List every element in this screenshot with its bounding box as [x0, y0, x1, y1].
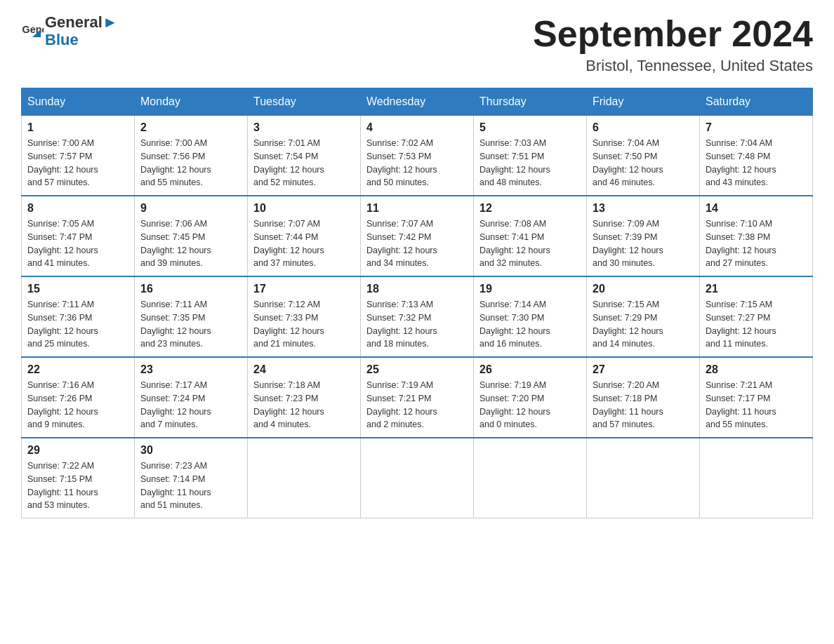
day-info: Sunrise: 7:06 AMSunset: 7:45 PMDaylight:…: [140, 217, 241, 270]
day-number: 21: [706, 283, 807, 295]
calendar-day-cell: 11 Sunrise: 7:07 AMSunset: 7:42 PMDaylig…: [361, 196, 474, 276]
logo-blue-text: Blue: [45, 31, 118, 49]
calendar-week-row: 29 Sunrise: 7:22 AMSunset: 7:15 PMDaylig…: [22, 438, 813, 518]
day-info: Sunrise: 7:04 AMSunset: 7:50 PMDaylight:…: [593, 137, 694, 189]
day-info: Sunrise: 7:23 AMSunset: 7:14 PMDaylight:…: [140, 459, 241, 512]
calendar-day-cell: 24 Sunrise: 7:18 AMSunset: 7:23 PMDaylig…: [248, 357, 361, 438]
calendar-day-cell: 14 Sunrise: 7:10 AMSunset: 7:38 PMDaylig…: [700, 196, 813, 276]
calendar-day-cell: [587, 438, 700, 518]
calendar-day-cell: 5 Sunrise: 7:03 AMSunset: 7:51 PMDayligh…: [474, 116, 587, 196]
logo-icon: General: [21, 20, 44, 43]
calendar-week-row: 8 Sunrise: 7:05 AMSunset: 7:47 PMDayligh…: [22, 196, 813, 276]
calendar-day-cell: 10 Sunrise: 7:07 AMSunset: 7:44 PMDaylig…: [248, 196, 361, 276]
calendar-day-cell: 25 Sunrise: 7:19 AMSunset: 7:21 PMDaylig…: [361, 357, 474, 438]
header-sunday: Sunday: [22, 88, 135, 116]
header-saturday: Saturday: [700, 88, 813, 116]
day-number: 14: [706, 202, 807, 215]
weekday-header-row: Sunday Monday Tuesday Wednesday Thursday…: [22, 88, 813, 116]
day-number: 13: [593, 202, 694, 215]
day-number: 24: [253, 363, 355, 376]
day-number: 27: [593, 363, 694, 376]
calendar-day-cell: 21 Sunrise: 7:15 AMSunset: 7:27 PMDaylig…: [700, 276, 813, 357]
calendar-title-area: September 2024 Bristol, Tennessee, Unite…: [533, 14, 813, 75]
day-info: Sunrise: 7:00 AMSunset: 7:57 PMDaylight:…: [27, 137, 128, 189]
day-number: 9: [140, 202, 241, 215]
calendar-day-cell: 23 Sunrise: 7:17 AMSunset: 7:24 PMDaylig…: [135, 357, 248, 438]
day-info: Sunrise: 7:07 AMSunset: 7:44 PMDaylight:…: [253, 217, 355, 270]
calendar-day-cell: [700, 438, 813, 518]
day-number: 10: [253, 202, 355, 215]
day-number: 23: [140, 363, 241, 376]
calendar-table: Sunday Monday Tuesday Wednesday Thursday…: [21, 88, 813, 518]
day-info: Sunrise: 7:10 AMSunset: 7:38 PMDaylight:…: [706, 217, 807, 270]
day-info: Sunrise: 7:11 AMSunset: 7:35 PMDaylight:…: [140, 298, 241, 351]
day-number: 16: [140, 283, 241, 295]
calendar-day-cell: 29 Sunrise: 7:22 AMSunset: 7:15 PMDaylig…: [22, 438, 135, 518]
calendar-day-cell: 12 Sunrise: 7:08 AMSunset: 7:41 PMDaylig…: [474, 196, 587, 276]
day-number: 6: [593, 121, 694, 134]
calendar-day-cell: 2 Sunrise: 7:00 AMSunset: 7:56 PMDayligh…: [135, 116, 248, 196]
day-number: 26: [479, 363, 581, 376]
calendar-day-cell: 17 Sunrise: 7:12 AMSunset: 7:33 PMDaylig…: [248, 276, 361, 357]
day-info: Sunrise: 7:18 AMSunset: 7:23 PMDaylight:…: [253, 379, 355, 431]
day-number: 15: [27, 283, 128, 295]
day-number: 17: [253, 283, 355, 295]
logo: General General► Blue: [21, 14, 118, 49]
calendar-week-row: 1 Sunrise: 7:00 AMSunset: 7:57 PMDayligh…: [22, 116, 813, 196]
header-thursday: Thursday: [474, 88, 587, 116]
day-info: Sunrise: 7:20 AMSunset: 7:18 PMDaylight:…: [593, 379, 694, 431]
calendar-week-row: 15 Sunrise: 7:11 AMSunset: 7:36 PMDaylig…: [22, 276, 813, 357]
day-info: Sunrise: 7:09 AMSunset: 7:39 PMDaylight:…: [593, 217, 694, 270]
header-monday: Monday: [135, 88, 248, 116]
calendar-day-cell: 19 Sunrise: 7:14 AMSunset: 7:30 PMDaylig…: [474, 276, 587, 357]
calendar-day-cell: 20 Sunrise: 7:15 AMSunset: 7:29 PMDaylig…: [587, 276, 700, 357]
calendar-day-cell: 27 Sunrise: 7:20 AMSunset: 7:18 PMDaylig…: [587, 357, 700, 438]
calendar-day-cell: 7 Sunrise: 7:04 AMSunset: 7:48 PMDayligh…: [700, 116, 813, 196]
logo-general-text: General►: [45, 14, 118, 31]
day-info: Sunrise: 7:19 AMSunset: 7:20 PMDaylight:…: [479, 379, 581, 431]
day-number: 1: [27, 121, 128, 134]
calendar-subtitle: Bristol, Tennessee, United States: [533, 57, 813, 75]
calendar-day-cell: 22 Sunrise: 7:16 AMSunset: 7:26 PMDaylig…: [22, 357, 135, 438]
calendar-week-row: 22 Sunrise: 7:16 AMSunset: 7:26 PMDaylig…: [22, 357, 813, 438]
calendar-day-cell: 26 Sunrise: 7:19 AMSunset: 7:20 PMDaylig…: [474, 357, 587, 438]
header-wednesday: Wednesday: [361, 88, 474, 116]
day-number: 7: [706, 121, 807, 134]
calendar-day-cell: [361, 438, 474, 518]
day-number: 12: [479, 202, 581, 215]
day-info: Sunrise: 7:17 AMSunset: 7:24 PMDaylight:…: [140, 379, 241, 431]
calendar-day-cell: 13 Sunrise: 7:09 AMSunset: 7:39 PMDaylig…: [587, 196, 700, 276]
calendar-day-cell: [474, 438, 587, 518]
calendar-day-cell: 16 Sunrise: 7:11 AMSunset: 7:35 PMDaylig…: [135, 276, 248, 357]
day-info: Sunrise: 7:02 AMSunset: 7:53 PMDaylight:…: [366, 137, 468, 189]
calendar-day-cell: 1 Sunrise: 7:00 AMSunset: 7:57 PMDayligh…: [22, 116, 135, 196]
day-number: 19: [479, 283, 581, 295]
day-info: Sunrise: 7:15 AMSunset: 7:29 PMDaylight:…: [593, 298, 694, 351]
calendar-day-cell: 4 Sunrise: 7:02 AMSunset: 7:53 PMDayligh…: [361, 116, 474, 196]
day-number: 28: [706, 363, 807, 376]
calendar-day-cell: 3 Sunrise: 7:01 AMSunset: 7:54 PMDayligh…: [248, 116, 361, 196]
calendar-day-cell: 8 Sunrise: 7:05 AMSunset: 7:47 PMDayligh…: [22, 196, 135, 276]
day-info: Sunrise: 7:07 AMSunset: 7:42 PMDaylight:…: [366, 217, 468, 270]
day-info: Sunrise: 7:13 AMSunset: 7:32 PMDaylight:…: [366, 298, 468, 351]
header-tuesday: Tuesday: [248, 88, 361, 116]
calendar-title: September 2024: [533, 14, 813, 54]
day-number: 3: [253, 121, 355, 134]
calendar-day-cell: 18 Sunrise: 7:13 AMSunset: 7:32 PMDaylig…: [361, 276, 474, 357]
day-number: 29: [27, 444, 128, 457]
day-info: Sunrise: 7:22 AMSunset: 7:15 PMDaylight:…: [27, 459, 128, 512]
day-info: Sunrise: 7:12 AMSunset: 7:33 PMDaylight:…: [253, 298, 355, 351]
calendar-day-cell: 15 Sunrise: 7:11 AMSunset: 7:36 PMDaylig…: [22, 276, 135, 357]
day-info: Sunrise: 7:11 AMSunset: 7:36 PMDaylight:…: [27, 298, 128, 351]
calendar-day-cell: 28 Sunrise: 7:21 AMSunset: 7:17 PMDaylig…: [700, 357, 813, 438]
calendar-day-cell: 9 Sunrise: 7:06 AMSunset: 7:45 PMDayligh…: [135, 196, 248, 276]
day-info: Sunrise: 7:00 AMSunset: 7:56 PMDaylight:…: [140, 137, 241, 189]
page-header: General General► Blue September 2024 Bri…: [21, 14, 813, 75]
day-number: 18: [366, 283, 468, 295]
calendar-day-cell: 30 Sunrise: 7:23 AMSunset: 7:14 PMDaylig…: [135, 438, 248, 518]
day-number: 5: [479, 121, 581, 134]
day-number: 22: [27, 363, 128, 376]
logo-blue-icon: ►: [102, 13, 118, 31]
day-number: 30: [140, 444, 241, 457]
day-info: Sunrise: 7:16 AMSunset: 7:26 PMDaylight:…: [27, 379, 128, 431]
